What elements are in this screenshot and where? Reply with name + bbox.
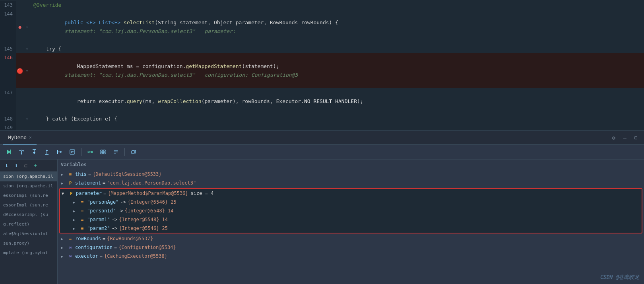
var-executor[interactable]: ▶ ∞ executor = {CachingExecutor@5538} [58, 252, 644, 261]
stack-item-2[interactable]: essorImpl (sun.re [0, 191, 57, 200]
svg-marker-9 [46, 150, 48, 151]
filter-up-btn[interactable]: ⬆ [12, 161, 21, 170]
var-rowbounds[interactable]: ▶ ≡ rowBounds = {RowBounds@5537} [58, 234, 644, 243]
expand-rowbounds[interactable]: ▶ [61, 237, 67, 241]
restore-icon: ⊡ [634, 135, 638, 141]
filter-down-btn[interactable]: ⬇ [2, 161, 11, 170]
variables-panel: Variables ▶ ≡ this = {DefaultSqlSession@… [58, 160, 644, 284]
line-number-149: 149 [0, 123, 16, 131]
var-eq-rowbounds: = [103, 236, 105, 241]
expand-personage[interactable]: ▶ [73, 200, 79, 204]
var-val-this: {DefaultSqlSession@5533} [93, 171, 161, 177]
fold-145[interactable]: ▾ [24, 45, 30, 53]
minimize-btn[interactable]: — [620, 133, 630, 143]
field-icon-executor: ∞ [67, 253, 74, 259]
var-val-param2: {Integer@5546} 25 [119, 226, 168, 231]
filter-btn[interactable]: ⊏ [21, 161, 30, 170]
var-val-executor: {CachingExecutor@5538} [104, 253, 167, 259]
code-line-144: 144 ▾ public <E> List<E> selectList(Stri… [0, 10, 644, 45]
line-indicator-146: 🔴 [16, 53, 24, 88]
debug-tab-mydemo[interactable]: MyDemo ✕ [3, 131, 37, 145]
settings-icon-btn[interactable]: ⚙ [609, 133, 619, 143]
svg-rect-24 [101, 152, 103, 154]
fold-143[interactable] [24, 1, 30, 10]
debug-tab-close[interactable]: ✕ [29, 135, 32, 140]
stack-item-8[interactable]: mplate (org.mybat [0, 248, 57, 258]
var-eq-personid: -> [117, 208, 123, 214]
expand-personid[interactable]: ▶ [73, 209, 79, 213]
line-indicator-144 [16, 10, 24, 45]
toggle-panel-btn[interactable] [110, 146, 121, 158]
add-frame-btn[interactable]: + [31, 161, 40, 170]
stack-item-1[interactable]: sion (org.apache.il [0, 181, 57, 191]
expand-parameter[interactable]: ▼ [62, 191, 68, 196]
stack-item-4[interactable]: dAccessorImpl (su [0, 210, 57, 220]
var-personAge[interactable]: ▶ ≡ "personAge" -> {Integer@5546} 25 [60, 198, 642, 206]
var-eq-param2: -> [112, 226, 117, 231]
minimize-icon: — [623, 135, 627, 141]
fold-148[interactable]: ▾ [24, 115, 30, 123]
evaluate-btn[interactable] [67, 146, 78, 158]
line-number-146: 146 [0, 53, 16, 88]
fold-147 [24, 88, 30, 115]
expand-param2[interactable]: ▶ [73, 226, 79, 231]
expand-configuration[interactable]: ▶ [61, 245, 67, 250]
resume-btn[interactable] [3, 146, 14, 158]
restore-window-btn[interactable] [128, 146, 139, 158]
field-icon-rowbounds: ≡ [67, 236, 74, 241]
var-eq-statement: = [103, 180, 105, 186]
var-name-parameter: parameter [76, 191, 102, 196]
stack-item-3[interactable]: essorImpl (sun.re [0, 200, 57, 210]
line-number-148: 148 [0, 115, 16, 123]
var-name-this: this [75, 171, 87, 177]
step-into-btn[interactable] [29, 146, 40, 158]
stack-item-6[interactable]: ate$SqlSessionInt [0, 229, 57, 239]
field-icon-this: ≡ [67, 172, 74, 177]
call-stack-list: sion (org.apache.il sion (org.apache.il … [0, 172, 57, 283]
code-line-148: 148 ▾ } catch (Exception e) { [0, 115, 644, 123]
run-to-cursor-btn[interactable] [54, 146, 65, 158]
code-lines: 143 @Override 144 ▾ public <E> List<E> s… [0, 0, 644, 131]
stack-item-7[interactable]: sun.proxy) [0, 239, 57, 248]
expand-executor[interactable]: ▶ [61, 254, 67, 259]
svg-rect-23 [103, 150, 105, 152]
var-statement[interactable]: ▶ P statement = "com.lzj.dao.PersonDao.s… [58, 179, 644, 187]
svg-marker-12 [60, 151, 62, 153]
line-content-145: try { [30, 45, 644, 53]
settings-icon: ⚙ [612, 135, 615, 141]
line-content-147: return executor.query(ms, wrapCollection… [30, 88, 644, 115]
var-param2[interactable]: ▶ ≡ "param2" -> {Integer@5546} 25 [60, 224, 642, 233]
var-val-statement: "com.lzj.dao.PersonDao.select3" [107, 180, 196, 186]
restore-btn[interactable]: ⊡ [631, 133, 641, 143]
toggle-view-btn[interactable] [97, 146, 109, 158]
fold-149 [24, 123, 30, 131]
var-this[interactable]: ▶ ≡ this = {DefaultSqlSession@5533} [58, 170, 644, 179]
expand-this[interactable]: ▶ [61, 172, 67, 177]
field-icon-configuration: ∞ [67, 245, 74, 250]
stack-item-5[interactable]: g.reflect) [0, 220, 57, 229]
var-val-personid: {Integer@5548} 14 [125, 208, 174, 214]
var-eq-this: = [88, 171, 91, 177]
debug-content: ⬇ ⬆ ⊏ + sion (org.apache.il sion (org.ap… [0, 160, 644, 284]
fold-144[interactable]: ▾ [24, 10, 30, 45]
svg-marker-4 [21, 154, 22, 155]
line-content-146: MappedStatement ms = configuration.getMa… [30, 53, 644, 88]
var-personId[interactable]: ▶ ≡ "personId" -> {Integer@5548} 14 [60, 206, 642, 215]
stack-item-0[interactable]: sion (org.apache.il [0, 172, 57, 181]
fold-146[interactable]: ▾ [24, 53, 30, 88]
step-out-btn[interactable] [41, 146, 52, 158]
var-val-configuration: {Configuration@5534} [118, 245, 176, 250]
code-editor: 143 @Override 144 ▾ public <E> List<E> s… [0, 0, 644, 131]
step-over-btn[interactable] [16, 146, 27, 158]
line-number-143: 143 [0, 1, 16, 10]
svg-marker-6 [33, 152, 35, 154]
obj-icon-statement: P [67, 181, 74, 186]
var-configuration[interactable]: ▶ ∞ configuration = {Configuration@5534} [58, 243, 644, 252]
var-param1[interactable]: ▶ ≡ "param1" -> {Integer@5548} 14 [60, 215, 642, 224]
expand-statement[interactable]: ▶ [61, 181, 67, 185]
var-size-parameter: size = 4 [191, 191, 214, 196]
svg-rect-25 [103, 152, 105, 154]
expand-param1[interactable]: ▶ [73, 218, 79, 222]
stream-trace-btn[interactable] [85, 146, 96, 158]
var-parameter[interactable]: ▼ P parameter = {MapperMethod$ParamMap@5… [60, 189, 642, 198]
